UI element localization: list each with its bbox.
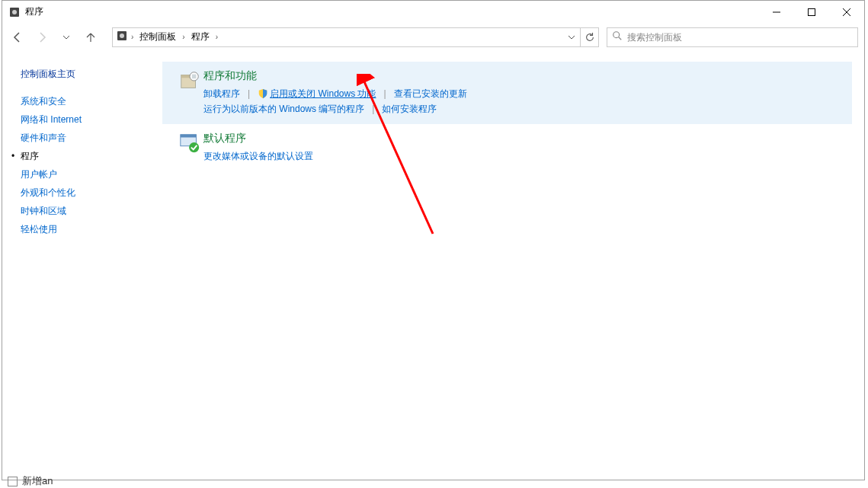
sidebar-item-clock[interactable]: 时钟和区域 [21,202,144,220]
maximize-button[interactable] [794,1,829,24]
windows-features-link[interactable]: 启用或关闭 Windows 功能 [270,86,376,101]
navigation-bar: › 控制面板 › 程序 › [2,24,864,51]
breadcrumb-root[interactable]: 控制面板 [136,30,179,43]
installed-updates-link[interactable]: 查看已安装的更新 [394,86,467,101]
sidebar-item-hardware[interactable]: 硬件和声音 [21,129,144,147]
recent-dropdown[interactable] [56,27,77,48]
section-default-programs: 默认程序 更改媒体或设备的默认设置 [162,124,852,171]
media-defaults-link[interactable]: 更改媒体或设备的默认设置 [203,148,313,164]
refresh-button[interactable] [580,28,598,46]
app-icon [8,6,21,18]
control-panel-home-link[interactable]: 控制面板主页 [21,65,144,83]
svg-point-16 [189,142,199,152]
back-button[interactable] [7,27,28,48]
title-bar: 程序 [2,1,864,24]
svg-point-1 [12,10,17,14]
svg-line-9 [619,37,622,40]
sidebar: 控制面板主页 系统和安全 网络和 Internet 硬件和声音 程序 用户帐户 … [2,51,162,480]
how-to-install-link[interactable]: 如何安装程序 [382,101,437,116]
section-programs-features: 程序和功能 卸载程序 | 启用或关闭 Windows 功能 | 查看已安装的更新… [162,62,852,124]
chevron-right-icon: › [131,33,133,41]
background-item-label: 新增an [22,474,53,488]
sidebar-item-programs[interactable]: 程序 [21,147,144,165]
address-dropdown[interactable] [562,28,580,46]
checkbox-icon [8,477,18,486]
close-button[interactable] [829,1,864,24]
search-icon [612,30,623,43]
sidebar-item-appearance[interactable]: 外观和个性化 [21,183,144,202]
uninstall-link[interactable]: 卸载程序 [203,86,240,101]
main-content: 程序和功能 卸载程序 | 启用或关闭 Windows 功能 | 查看已安装的更新… [162,51,864,480]
sidebar-item-ease[interactable]: 轻松使用 [21,220,144,238]
address-bar[interactable]: › 控制面板 › 程序 › [112,27,599,47]
search-box[interactable] [607,27,858,47]
sidebar-item-network[interactable]: 网络和 Internet [21,110,144,129]
sidebar-item-system[interactable]: 系统和安全 [21,92,144,110]
window-title: 程序 [25,5,43,18]
programs-features-heading[interactable]: 程序和功能 [203,69,467,83]
default-programs-icon [176,132,203,164]
programs-features-icon [176,69,203,116]
svg-point-7 [120,33,124,38]
svg-rect-3 [809,8,815,15]
default-programs-heading[interactable]: 默认程序 [203,132,313,145]
breadcrumb-current[interactable]: 程序 [188,30,213,43]
sidebar-item-users[interactable]: 用户帐户 [21,165,144,183]
svg-rect-15 [181,135,197,138]
svg-rect-13 [192,75,197,79]
forward-button[interactable] [31,27,53,48]
compatibility-link[interactable]: 运行为以前版本的 Windows 编写的程序 [203,101,364,116]
up-button[interactable] [80,27,101,48]
chevron-right-icon: › [182,33,184,41]
location-icon [116,30,128,44]
minimize-button[interactable] [759,1,794,24]
background-window-fragment: 新增an [8,474,53,488]
shield-icon [258,88,268,99]
search-input[interactable] [627,32,853,43]
chevron-right-icon: › [216,33,218,41]
svg-point-8 [613,32,620,38]
